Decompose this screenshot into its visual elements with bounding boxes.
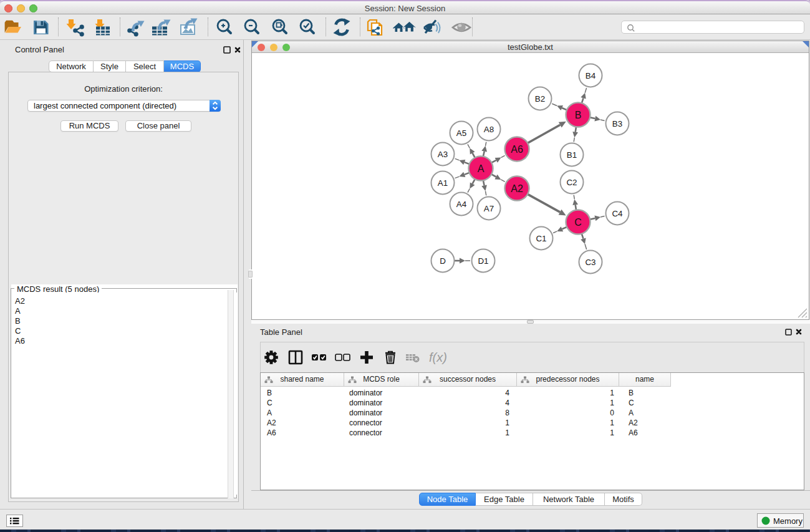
svg-text:B2: B2	[535, 94, 545, 104]
svg-text:A4: A4	[456, 200, 467, 209]
svg-text:D1: D1	[478, 256, 488, 266]
svg-text:A2: A2	[511, 183, 523, 194]
svg-text:B4: B4	[586, 71, 596, 80]
svg-text:C4: C4	[612, 209, 623, 218]
svg-text:A1: A1	[438, 178, 448, 188]
svg-text:C2: C2	[566, 178, 577, 187]
svg-text:A5: A5	[456, 128, 466, 138]
svg-text:A6: A6	[511, 144, 523, 155]
svg-text:A8: A8	[484, 125, 494, 134]
svg-text:B3: B3	[612, 119, 622, 128]
svg-text:D: D	[440, 256, 446, 266]
svg-text:f(x): f(x)	[429, 351, 447, 364]
svg-text:C1: C1	[536, 234, 546, 243]
svg-text:B1: B1	[567, 150, 577, 160]
svg-text:C3: C3	[585, 258, 595, 267]
svg-text:A3: A3	[438, 150, 448, 159]
svg-text:C: C	[574, 217, 582, 228]
svg-text:B: B	[575, 110, 582, 120]
svg-text:A7: A7	[484, 204, 494, 213]
svg-text:A: A	[478, 163, 485, 174]
